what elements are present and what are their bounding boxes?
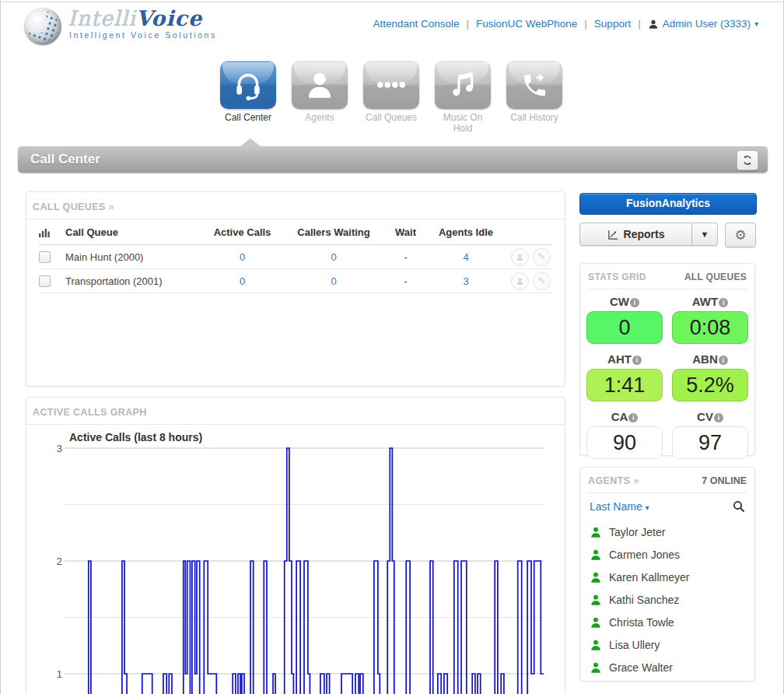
nav-label: Call Queues <box>363 113 419 124</box>
stat-label-cw: CW <box>586 294 663 310</box>
agent-list: Taylor Jeter Carmen Jones Karen Kallmeye… <box>580 520 754 678</box>
queue-name: Main Hunt (2000) <box>65 251 198 263</box>
stat-value-cv: 97 <box>672 426 748 459</box>
page-top-border <box>0 2 784 2</box>
nav-item-music-on-hold[interactable]: Music On Hold <box>435 61 491 135</box>
info-icon[interactable] <box>630 298 639 307</box>
agent-list-item[interactable]: Taylor Jeter <box>590 520 745 543</box>
logo-title-part1: Intelli <box>68 6 136 30</box>
call-queues-panel: CALL QUEUES » Call Queue Active Calls Ca… <box>26 191 565 387</box>
queue-checkbox[interactable] <box>39 275 51 287</box>
queue-edit-button[interactable]: ✎ <box>533 248 551 266</box>
agents-panel-header[interactable]: AGENTS » <box>588 475 639 486</box>
settings-button[interactable]: ⚙ <box>725 223 756 247</box>
caret-down-icon: ▾ <box>646 503 649 512</box>
reports-dropdown-button[interactable]: ▼ <box>692 223 718 246</box>
agent-name: Grace Walter <box>609 661 673 674</box>
nav-label: Music On Hold <box>435 113 491 135</box>
nav-item-call-queues[interactable]: Call Queues <box>363 61 419 135</box>
info-icon[interactable] <box>632 356 642 365</box>
call-queues-tile[interactable] <box>363 61 419 109</box>
nav-item-agents[interactable]: Agents <box>292 61 348 135</box>
link-attendant-console[interactable]: Attendant Console <box>373 18 459 30</box>
stat-label-abn: ABN <box>672 352 748 367</box>
info-icon[interactable] <box>719 298 728 307</box>
agents-online-count: 7 ONLINE <box>702 475 747 486</box>
table-header-row: Call Queue Active Calls Callers Waiting … <box>39 219 552 245</box>
refresh-button[interactable] <box>737 150 758 170</box>
refresh-icon <box>742 155 753 166</box>
stat-label-aht: AHT <box>586 352 663 367</box>
queue-edit-button[interactable]: ✎ <box>533 272 551 290</box>
active-tab-notch <box>240 138 261 146</box>
agent-name: Lisa Ullery <box>609 639 660 651</box>
gear-icon: ⚙ <box>734 227 746 244</box>
y-tick-3: 3 <box>48 443 62 454</box>
agent-list-item[interactable]: Kathi Sanchez <box>590 588 745 611</box>
user-label: Admin User (3333) <box>663 18 751 30</box>
col-header-active-calls: Active Calls <box>198 226 287 238</box>
queue-agents-button[interactable] <box>511 248 529 266</box>
wait-value: - <box>380 251 431 263</box>
intellivoice-logo[interactable]: IntelliVoice Intelligent Voice Solutions <box>24 8 217 45</box>
nav-item-call-center[interactable]: Call Center <box>220 61 276 135</box>
agents-panel: AGENTS » 7 ONLINE Last Name ▾ Taylor Jet… <box>579 467 755 682</box>
reports-button[interactable]: Reports <box>579 223 692 246</box>
queue-name: Transportation (2001) <box>65 275 198 287</box>
fusion-analytics-button[interactable]: FusionAnalytics <box>579 193 757 215</box>
call-history-tile[interactable] <box>506 61 562 109</box>
user-menu[interactable]: Admin User (3333) ▾ <box>648 18 758 30</box>
stats-grid-panel: STATS GRID ALL QUEUES CW AWT 0 0:08 AHT … <box>579 263 755 456</box>
agent-online-icon <box>590 526 602 538</box>
divider <box>26 424 565 425</box>
queue-agents-button[interactable] <box>511 272 529 290</box>
active-calls-graph-panel: ACTIVE CALLS GRAPH Active Calls (last 8 … <box>26 397 565 694</box>
active-calls-value[interactable]: 0 <box>240 251 245 263</box>
callers-waiting-value[interactable]: 0 <box>331 275 336 287</box>
bar-chart-icon[interactable] <box>39 226 50 237</box>
col-header-agents-idle: Agents Idle <box>431 226 501 238</box>
agents-idle-value[interactable]: 3 <box>463 275 468 287</box>
stat-value-abn: 5.2% <box>672 369 748 401</box>
table-row-transportation: Transportation (2001) 0 0 - 3 ✎ <box>39 269 552 293</box>
agent-list-item[interactable]: Grace Walter <box>590 656 745 678</box>
agents-sort-dropdown[interactable]: Last Name ▾ <box>590 500 649 513</box>
pencil-icon: ✎ <box>537 275 545 286</box>
agent-list-item[interactable]: Carmen Jones <box>590 543 745 566</box>
link-fusionuc-webphone[interactable]: FusionUC WebPhone <box>476 18 577 30</box>
stats-scope-label[interactable]: ALL QUEUES <box>684 272 747 282</box>
agents-idle-value[interactable]: 4 <box>463 251 468 263</box>
search-icon[interactable] <box>733 500 745 513</box>
info-icon[interactable] <box>628 413 638 422</box>
info-icon[interactable] <box>714 413 723 422</box>
section-bar: Call Center <box>18 146 768 173</box>
user-icon <box>648 19 659 30</box>
agents-tile[interactable] <box>292 61 348 109</box>
agent-list-item[interactable]: Lisa Ullery <box>590 633 745 656</box>
agent-list-item[interactable]: Christa Towle <box>590 611 745 633</box>
separator: | <box>467 18 470 30</box>
top-links: Attendant Console | FusionUC WebPhone | … <box>373 18 758 30</box>
globe-sphere-icon <box>24 8 61 45</box>
chevrons-icon: » <box>633 475 639 486</box>
y-tick-1: 1 <box>48 668 62 680</box>
nav-label: Agents <box>292 113 348 124</box>
callers-waiting-value[interactable]: 0 <box>331 251 336 263</box>
nav-label: Call Center <box>220 113 276 124</box>
separator: | <box>638 18 641 30</box>
nav-label: Call History <box>506 113 562 124</box>
music-on-hold-tile[interactable] <box>435 61 491 109</box>
info-icon[interactable] <box>719 356 728 365</box>
call-center-tile[interactable] <box>220 61 276 109</box>
active-calls-series-line <box>65 448 544 694</box>
link-support[interactable]: Support <box>594 18 631 30</box>
nav-item-call-history[interactable]: Call History <box>506 61 562 135</box>
stat-value-aht: 1:41 <box>586 369 663 401</box>
agent-online-icon <box>590 571 602 584</box>
active-calls-value[interactable]: 0 <box>240 275 245 287</box>
call-queues-panel-header[interactable]: CALL QUEUES » <box>26 192 565 212</box>
queue-checkbox[interactable] <box>39 251 51 263</box>
reports-split-button: Reports ▼ <box>579 223 718 246</box>
person-icon <box>516 277 524 286</box>
agent-list-item[interactable]: Karen Kallmeyer <box>590 566 745 588</box>
